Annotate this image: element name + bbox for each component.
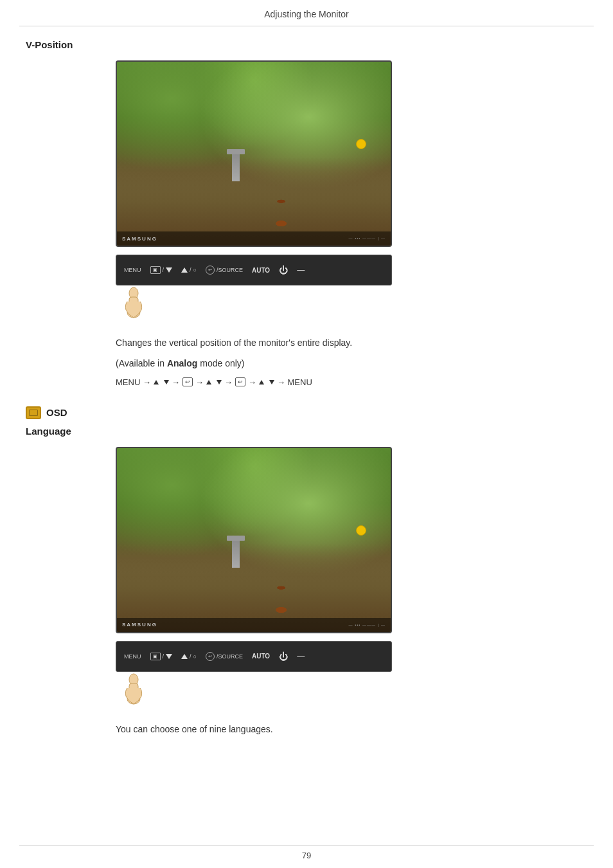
power-icon-2: ⏻ [279, 651, 288, 662]
control-bar-wrapper-1: MENU ▣ / / ○ ↩ /SOURCE AUTO [116, 255, 587, 323]
page-header: Adjusting the Monitor [19, 0, 594, 26]
dash-label-1: — [297, 266, 305, 275]
control-bar-wrapper-2: MENU ▣ / / ○ ↩ /SOURCE AUTO [116, 641, 587, 709]
monitor-display-2: SAMSUNG — ••• ——— | — [116, 447, 392, 633]
nav-up-2 [206, 380, 211, 384]
monitor-bottom-bar-2: SAMSUNG — ••• ——— | — [117, 618, 391, 632]
desc1-text: Changes the vertical position of the mon… [116, 338, 352, 348]
lantern-1 [356, 139, 366, 149]
down-triangle-1 [166, 267, 172, 273]
down-triangle-2 [166, 654, 172, 659]
scene-background-1 [117, 62, 391, 246]
source-label-2: /SOURCE [217, 653, 243, 660]
up-zero-button-2: / ○ [181, 653, 197, 660]
indicators-1: — ••• ——— | — [348, 237, 386, 240]
nav-enter-1: ↩ [182, 377, 193, 386]
header-title: Adjusting the Monitor [264, 9, 349, 19]
analog-suffix: mode only) [197, 358, 244, 368]
slash-2: / [190, 267, 191, 273]
control-bar-2: MENU ▣ / / ○ ↩ /SOURCE AUTO [116, 641, 392, 672]
source-label-1: /SOURCE [217, 267, 243, 273]
language-description: You can choose one of nine languages. [116, 722, 587, 736]
pagoda-2 [232, 536, 240, 568]
source-button-2: ↩ /SOURCE [206, 652, 243, 661]
menu-label-2: MENU [124, 653, 141, 660]
scene-background-2 [117, 448, 391, 632]
auto-label-1: AUTO [252, 267, 270, 274]
nav-enter-2: ↩ [235, 377, 245, 386]
analog-prefix: (Available in [116, 358, 167, 368]
nav-arrow-1: → [172, 377, 180, 387]
slash-4: / [190, 653, 191, 660]
lantern-2 [356, 525, 366, 536]
nav-up-1 [154, 380, 159, 384]
zero-label-2: ○ [193, 653, 197, 660]
v-position-title: V-Position [26, 39, 587, 50]
nav-down-2 [217, 380, 222, 384]
v-position-description: Changes the vertical position of the mon… [116, 336, 587, 350]
power-button-2: ⏻ [279, 651, 288, 662]
samsung-label-1: SAMSUNG [122, 236, 157, 242]
auto-button-2: AUTO [252, 653, 270, 660]
power-button-1: ⏻ [279, 265, 288, 275]
dash-2: — [297, 652, 305, 661]
monitor-display-1: SAMSUNG — ••• ——— | — [116, 60, 392, 247]
ctrl-circle-1: ↩ [206, 266, 215, 275]
osd-title-row: OSD [26, 406, 587, 419]
samsung-label-2: SAMSUNG [122, 622, 157, 628]
language-desc-text: You can choose one of nine languages. [116, 724, 273, 734]
monitor-bottom-bar-1: SAMSUNG — ••• ——— | — [117, 231, 391, 246]
source-button-1: ↩ /SOURCE [206, 266, 243, 275]
nav-menu-text: MENU → [116, 377, 151, 387]
nav-arrow-3: → [224, 377, 233, 387]
ctrl-circle-2: ↩ [206, 652, 215, 661]
hand-pointer-2 [122, 672, 154, 707]
slash-3: / [163, 653, 164, 660]
auto-button-1: AUTO [252, 267, 270, 274]
dash-label-2: — [297, 652, 305, 661]
menu-label-1: MENU [124, 267, 141, 273]
hand-pointer-1 [122, 285, 154, 321]
up-triangle-1 [181, 267, 188, 273]
pagoda-1 [232, 149, 240, 181]
up-triangle-2 [181, 654, 188, 659]
nav-up-3 [259, 380, 264, 384]
nav-down-3 [269, 380, 274, 384]
footer-rule [19, 845, 594, 845]
menu-button-2: MENU [124, 653, 141, 660]
page-number: 79 [0, 851, 613, 860]
power-icon-1: ⏻ [279, 265, 288, 275]
v-position-analog-note: (Available in Analog mode only) [116, 356, 587, 370]
nav-arrow-5: → MENU [277, 377, 312, 387]
language-title: Language [26, 426, 587, 437]
slash-1: / [163, 267, 164, 273]
osd-icon [26, 406, 41, 419]
ctrl-box-1: ▣ [150, 266, 161, 274]
ctrl-box-2: ▣ [150, 653, 161, 660]
box-down-button-2: ▣ / [150, 653, 173, 660]
box-down-button-1: ▣ / [150, 266, 173, 274]
indicators-2: — ••• ——— | — [348, 623, 386, 627]
control-bar-1: MENU ▣ / / ○ ↩ /SOURCE AUTO [116, 255, 392, 285]
zero-label-1: ○ [193, 267, 197, 273]
up-zero-button-1: / ○ [181, 267, 197, 273]
monitor-image-2: SAMSUNG — ••• ——— | — [116, 447, 587, 633]
nav-arrow-4: → [248, 377, 256, 387]
menu-navigation-1: MENU → → ↩ → → ↩ → → MENU [116, 377, 587, 387]
monitor-image-1: SAMSUNG — ••• ——— | — [116, 60, 587, 247]
osd-title-text: OSD [46, 407, 67, 418]
analog-bold: Analog [167, 358, 197, 368]
osd-section: OSD Language SAMSUNG — ••• ——— | — MENU [26, 406, 587, 736]
v-position-section: V-Position SAMSUNG — ••• ——— | — MENU [26, 39, 587, 387]
nav-arrow-2: → [195, 377, 204, 387]
auto-label-2: AUTO [252, 653, 270, 660]
menu-button-1: MENU [124, 267, 141, 273]
dash-1: — [297, 266, 305, 275]
nav-down-1 [164, 380, 169, 384]
